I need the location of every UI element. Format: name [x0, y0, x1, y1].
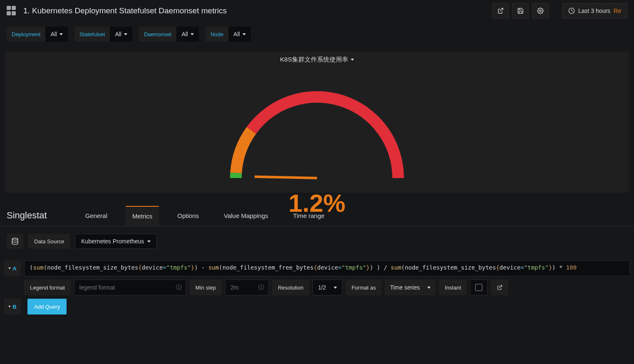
add-query-button[interactable]: Add Query	[27, 299, 67, 314]
chevron-down-icon	[8, 306, 11, 307]
tab-general[interactable]: General	[79, 206, 114, 225]
chevron-down-icon	[334, 287, 337, 289]
share-button[interactable]	[492, 3, 509, 19]
tab-options[interactable]: Options	[171, 206, 206, 225]
chevron-down-icon	[191, 33, 194, 35]
filter-label: Node	[206, 27, 228, 42]
chevron-down-icon	[243, 33, 246, 35]
info-icon[interactable]: ⓘ	[258, 284, 264, 291]
chevron-down-icon	[124, 33, 127, 35]
variable-filter-row: Deployment All Statefulset All Daemonset…	[0, 22, 634, 52]
svg-point-4	[12, 238, 18, 240]
min-step-input[interactable]: 2m ⓘ	[225, 280, 269, 295]
gauge-value: 1.2%	[289, 189, 346, 218]
editor-panel-type: Singlestat	[7, 205, 47, 226]
format-as-label: Format as	[346, 280, 382, 295]
refresh-indicator: Re	[614, 7, 621, 14]
filter-label: Deployment	[7, 27, 45, 42]
chevron-down-icon	[427, 287, 431, 289]
legend-format-input[interactable]: legend format ⓘ	[74, 280, 186, 295]
instant-label: Instant	[439, 280, 467, 295]
filter-value-select[interactable]: All	[110, 27, 132, 42]
chevron-down-icon	[147, 240, 151, 243]
chevron-down-icon	[351, 59, 354, 61]
filter-value-select[interactable]: All	[176, 27, 199, 42]
resolution-select[interactable]: 1/2	[312, 280, 342, 295]
gauge-chart	[5, 68, 629, 184]
filter-statefulset: Statefulset All	[74, 27, 132, 42]
filter-label: Statefulset	[74, 27, 110, 42]
top-bar: 1. Kubernetes Deployment Statefulset Dae…	[0, 0, 634, 22]
save-button[interactable]	[512, 3, 529, 19]
database-icon	[11, 238, 19, 245]
query-expression-input[interactable]: (sum(node_filesystem_size_bytes{device="…	[24, 260, 630, 276]
chevron-down-icon	[8, 267, 11, 269]
filter-deployment: Deployment All	[7, 27, 68, 42]
svg-line-5	[499, 285, 502, 288]
datasource-icon	[7, 234, 23, 249]
time-range-button[interactable]: Last 3 hours Re	[562, 3, 627, 19]
query-b-toggle[interactable]: B	[4, 299, 21, 314]
filter-label: Daemonset	[139, 27, 176, 42]
instant-checkbox[interactable]	[470, 280, 488, 295]
settings-button[interactable]	[532, 3, 549, 19]
query-link-button[interactable]	[491, 280, 508, 295]
min-step-label: Min step	[190, 280, 222, 295]
tab-value-mappings[interactable]: Value Mappings	[217, 206, 275, 225]
filter-value-select[interactable]: All	[45, 27, 68, 42]
singlestat-panel: K8S集群文件系统使用率 1.2%	[5, 52, 629, 193]
clock-icon	[568, 7, 575, 14]
page-title: 1. Kubernetes Deployment Statefulset Dae…	[23, 6, 227, 15]
svg-point-1	[540, 10, 541, 12]
svg-line-0	[500, 8, 503, 11]
datasource-label: Data Source	[28, 234, 70, 249]
external-link-icon	[497, 285, 503, 290]
format-as-select[interactable]: Time series	[385, 280, 436, 295]
legend-format-label: Legend format	[24, 280, 71, 295]
datasource-row: Data Source Kubernetes Prometheus	[0, 226, 634, 256]
resolution-label: Resolution	[272, 280, 309, 295]
time-range-label: Last 3 hours	[578, 7, 610, 14]
filter-value-select[interactable]: All	[228, 27, 251, 42]
filter-daemonset: Daemonset All	[139, 27, 199, 42]
info-icon[interactable]: ⓘ	[176, 284, 182, 291]
panel-title[interactable]: K8S集群文件系统使用率	[5, 56, 629, 64]
query-a-toggle[interactable]: A	[4, 260, 21, 276]
datasource-select[interactable]: Kubernetes Prometheus	[75, 234, 157, 249]
chevron-down-icon	[59, 33, 63, 35]
query-editor: A (sum(node_filesystem_size_bytes{device…	[0, 256, 634, 319]
tab-metrics[interactable]: Metrics	[126, 206, 159, 225]
svg-line-3	[255, 177, 317, 178]
dashboard-grid-icon[interactable]	[7, 6, 17, 16]
filter-node: Node All	[206, 27, 251, 42]
